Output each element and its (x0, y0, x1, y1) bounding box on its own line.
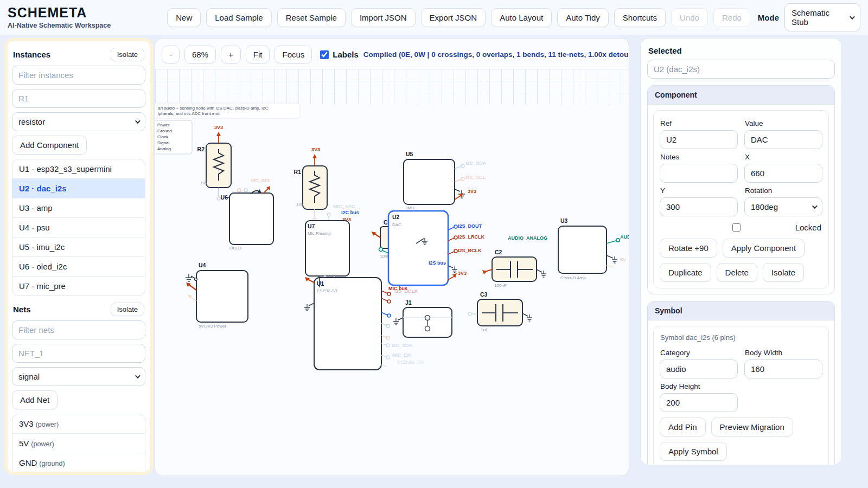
net-type-value: signal (18, 372, 40, 381)
notes-input[interactable] (660, 164, 738, 183)
notes-label: Notes (660, 153, 737, 161)
component-isolate-button[interactable]: Isolate (763, 263, 804, 282)
compile-status: Compiled (0E, 0W | 0 crossings, 0 overla… (363, 50, 629, 59)
net-type-select[interactable]: signal (12, 367, 145, 386)
component-u4[interactable]: U4 5V/3V3 Power (186, 262, 248, 329)
instance-item-u7[interactable]: U7 · mic_pre (12, 276, 145, 296)
component-c2[interactable]: AUDIO_ANALOG C2 100nF (482, 235, 547, 288)
component-c3[interactable]: C3 1uF (468, 291, 532, 332)
chevron-down-icon (135, 118, 141, 124)
new-button[interactable]: New (167, 8, 201, 27)
svg-text:AUDIO_ANAL: AUDIO_ANAL (620, 234, 629, 240)
body-width-input[interactable] (744, 359, 822, 378)
add-net-button[interactable]: Add Net (12, 390, 58, 409)
component-section-title: Component (648, 86, 834, 105)
svg-text:U7: U7 (308, 223, 315, 229)
zoom-level[interactable]: 68% (184, 46, 216, 63)
svg-text:I2S bus: I2S bus (429, 260, 446, 266)
import-json-button[interactable]: Import JSON (351, 8, 416, 27)
redo-button[interactable]: Redo (713, 8, 750, 27)
reset-sample-button[interactable]: Reset Sample (277, 8, 346, 27)
undo-button[interactable]: Undo (671, 8, 708, 27)
instances-isolate-button[interactable]: Isolate (111, 48, 144, 61)
schematic-note: art audio + sensing node with I2S DAC, c… (155, 103, 300, 118)
nets-isolate-button[interactable]: Isolate (111, 303, 144, 316)
mode-select[interactable]: Schematic Stub (784, 3, 860, 31)
value-input[interactable] (744, 130, 822, 149)
instance-item-u1[interactable]: U1 · esp32_s3_supermini (12, 159, 145, 178)
component-type-value: resistor (18, 117, 45, 126)
component-r2[interactable]: 3V3 R2 10k (197, 125, 231, 200)
nets-filter-input[interactable] (12, 320, 145, 339)
export-json-button[interactable]: Export JSON (421, 8, 486, 27)
svg-text:Power: Power (157, 123, 170, 127)
instance-item-u2[interactable]: U2 · dac_i2s (12, 178, 145, 198)
net-item-5v[interactable]: 5V(power) (12, 433, 145, 453)
duplicate-button[interactable]: Duplicate (660, 263, 711, 282)
instance-item-u5[interactable]: U5 · imu_i2c (12, 237, 145, 256)
app-subtitle: AI-Native Schematic Workspace (8, 22, 153, 29)
nets-title: Nets (13, 305, 31, 314)
svg-text:ESP32-S3: ESP32-S3 (317, 288, 337, 293)
auto-tidy-button[interactable]: Auto Tidy (557, 8, 609, 27)
svg-text:I2S_BCLK: I2S_BCLK (458, 248, 482, 253)
component-u7[interactable]: U7 Mic Preamp (305, 221, 349, 279)
apply-component-button[interactable]: Apply Component (723, 239, 805, 258)
svg-text:AUDIO_ANALOG: AUDIO_ANALOG (508, 235, 547, 241)
shortcuts-button[interactable]: Shortcuts (614, 8, 666, 27)
apply-symbol-button[interactable]: Apply Symbol (660, 442, 727, 461)
component-u6[interactable]: U6 OLED I2C_SCL (221, 178, 273, 251)
body-height-input[interactable] (660, 393, 738, 412)
svg-text:Ground: Ground (157, 129, 172, 133)
instances-filter-input[interactable] (12, 66, 145, 85)
body-height-label: Body Height (660, 382, 737, 390)
preview-migration-button[interactable]: Preview Migration (711, 418, 793, 436)
zoom-out-button[interactable]: - (162, 46, 180, 63)
rotation-select[interactable]: 180deg (744, 197, 822, 216)
value-label: Value (745, 119, 822, 127)
net-item-gnd[interactable]: GND(ground) (12, 453, 145, 472)
category-input[interactable] (660, 359, 738, 378)
load-sample-button[interactable]: Load Sample (206, 8, 271, 27)
net-name: 5V (19, 439, 29, 448)
svg-text:R1: R1 (294, 169, 302, 175)
add-pin-button[interactable]: Add Pin (660, 418, 706, 436)
component-type-select[interactable]: resistor (12, 112, 145, 131)
svg-text:U1: U1 (317, 280, 324, 287)
rotation-label: Rotation (745, 187, 822, 195)
y-input[interactable] (660, 197, 738, 216)
svg-text:J1: J1 (405, 299, 412, 306)
selected-value-input[interactable] (647, 60, 835, 79)
delete-button[interactable]: Delete (717, 263, 757, 282)
instance-item-u6[interactable]: U6 · oled_i2c (12, 256, 145, 276)
canvas-body[interactable]: art audio + sensing node with I2S DAC, c… (155, 69, 629, 476)
ref-input[interactable] (660, 130, 738, 149)
svg-text:Signal: Signal (157, 140, 169, 145)
schematic-canvas[interactable]: - 68% + Fit Focus Labels Compiled (0E, 0… (155, 38, 629, 476)
component-u3[interactable]: U3 Class-D Amp AUDIO_ANAL 5V (558, 217, 629, 280)
component-u2-selected[interactable]: U2 DAC I2S_DOUT I2S_LRCLK I2S_BCLK I2S b… (388, 211, 485, 285)
inspector-panel: Selected Component Ref Value (640, 38, 842, 465)
labels-checkbox[interactable] (320, 50, 329, 59)
component-ref-input[interactable] (12, 89, 145, 108)
instance-item-u3[interactable]: U3 · amp (12, 198, 145, 217)
fit-button[interactable]: Fit (246, 46, 270, 63)
net-item-i2s-bclk[interactable]: I2S_BCLK(clock) (12, 472, 145, 475)
component-j1[interactable]: J1 (393, 299, 452, 337)
add-component-button[interactable]: Add Component (12, 136, 87, 155)
rotate-90-button[interactable]: Rotate +90 (660, 239, 717, 258)
component-u5[interactable]: U5 IMU I2C_SDA I2C_SCL 3V3 (404, 151, 487, 210)
auto-layout-button[interactable]: Auto Layout (491, 8, 552, 27)
selected-title: Selected (648, 46, 834, 55)
net-name-input[interactable] (12, 344, 145, 363)
locked-checkbox[interactable] (732, 223, 741, 232)
focus-button[interactable]: Focus (275, 46, 312, 63)
instance-item-u4[interactable]: U4 · psu (12, 217, 145, 237)
svg-text:Clock: Clock (157, 134, 169, 139)
chevron-down-icon (850, 14, 855, 20)
zoom-in-button[interactable]: + (221, 46, 241, 63)
svg-text:Class-D Amp: Class-D Amp (560, 275, 586, 280)
labels-toggle: Labels (320, 50, 359, 59)
net-item-3v3[interactable]: 3V3(power) (12, 414, 145, 433)
x-input[interactable] (744, 164, 822, 183)
